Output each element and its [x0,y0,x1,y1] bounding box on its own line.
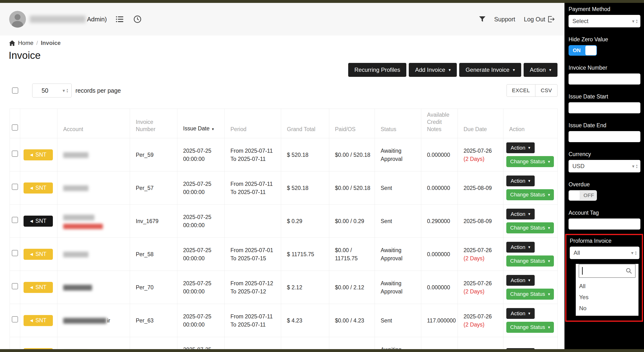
row-action-button[interactable]: Action▾ [506,242,535,253]
change-status-label: Change Status [510,258,545,264]
generate-invoice-button[interactable]: Generate Invoice▾ [459,63,521,77]
clock-icon[interactable] [133,15,142,23]
snt-button[interactable]: ◀SNT [24,249,53,260]
period-cell: From 2025-07-11To 2025-07-11 [225,171,281,205]
status-cell: Awaiting Approval [375,271,421,304]
account-cell [58,271,130,304]
add-invoice-button[interactable]: Add Invoice▾ [409,63,457,77]
proforma-search-input[interactable] [579,264,636,278]
column-header-invoice-number[interactable]: Invoice Number [130,109,177,138]
snt-button[interactable]: ◀SNT [24,182,53,194]
filter-icon[interactable] [479,16,486,22]
proforma-option-all[interactable]: All [576,281,638,292]
bottom-strip [0,349,644,352]
page-title: Invoice [9,50,564,61]
due-date-value: 2025-07-26 [464,312,500,321]
column-header-credit-notes[interactable]: Available Credit Notes [421,109,458,138]
row-action-button[interactable]: Action▾ [506,209,535,219]
breadcrumb-home[interactable]: Home [18,40,34,46]
row-action-button[interactable]: Action▾ [506,275,535,286]
arrow-left-icon: ◀ [30,186,33,190]
arrow-left-icon: ◀ [30,319,33,323]
grand-total-cell: $ 4.23 [281,304,329,337]
column-header-due-date[interactable]: Due Date [458,109,504,138]
due-date-value: 2025-07-26 [464,246,500,254]
row-checkbox[interactable] [12,283,18,289]
invoice-number-input[interactable] [568,73,640,84]
overdue-filter: Overdue OFF [568,181,640,201]
account-name-redacted [63,185,88,191]
invoice-table-body: ◀SNT Per_59 2025-07-2500:00:00 From 2025… [10,138,558,349]
due-date-cell: 2025-07-26(2 Days) [458,271,504,304]
column-header-paid-os[interactable]: Paid/OS [329,109,375,138]
records-per-page-select[interactable]: 50 ▾▴▾ [32,83,72,97]
row-checkbox[interactable] [12,316,18,323]
period-to: To 2025-07-12 [230,287,278,296]
bulk-select-checkbox[interactable] [12,87,18,94]
logout-link[interactable]: Log Out [524,16,555,23]
snt-button[interactable]: ◀SNT [24,282,53,293]
change-status-button[interactable]: Change Status▾ [506,289,554,300]
csv-export-button[interactable]: CSV [535,84,558,97]
change-status-button[interactable]: Change Status▾ [506,322,554,333]
paid-os-cell: $0.00 / 4.23 [329,304,375,337]
search-icon [626,268,632,274]
caret-down-icon: ▾ [528,312,530,316]
change-status-button[interactable]: Change Status▾ [506,222,554,233]
change-status-label: Change Status [510,192,545,198]
row-action-button[interactable]: Action▾ [506,308,535,319]
row-checkbox[interactable] [12,250,18,256]
payment-method-filter: Payment Method Select ▾▴▾ [568,6,640,27]
hide-zero-value-toggle[interactable]: ON [568,45,597,56]
overdue-toggle[interactable]: OFF [568,190,597,201]
snt-label: SNT [35,218,46,224]
account-cell [58,205,130,238]
snt-button[interactable]: ◀SNT [24,149,53,160]
snt-button[interactable]: ◀SNT [24,216,53,227]
invoice-row: ◀SNT Per_57 2025-07-2500:00:00 From 2025… [10,171,558,205]
status-cell: Awaiting Approval [375,238,421,271]
row-action-button[interactable]: Action▾ [506,142,535,153]
proforma-option-no[interactable]: No [576,303,638,314]
period-cell: From 2025-07-12To 2025-07-12 [225,271,281,304]
action-button[interactable]: Action▾ [524,63,558,77]
payment-method-label: Payment Method [568,6,640,12]
change-status-button[interactable]: Change Status▾ [506,189,554,200]
currency-select[interactable]: USD ▾▴▾ [568,160,640,172]
row-checkbox[interactable] [12,217,18,223]
column-header-status[interactable]: Status [375,109,421,138]
change-status-button[interactable]: Change Status▾ [506,156,554,167]
invoice-row: ◀SNT Per_58 2025-07-2500:00:00 From 2025… [10,238,558,271]
proforma-option-yes[interactable]: Yes [576,292,638,303]
row-checkbox[interactable] [12,151,18,157]
row-action-button[interactable]: Action▾ [506,176,535,186]
due-date-value: 2025-07-26 [464,147,500,155]
change-status-button[interactable]: Change Status▾ [506,256,554,267]
status-cell: Awaiting Approval [375,337,421,349]
action-cell: Action▾ Change Status▾ [504,205,558,238]
support-link[interactable]: Support [494,16,515,23]
due-date-value: 2025-08-09 [464,184,500,192]
recurring-profiles-button[interactable]: Recurring Profiles [348,63,406,77]
action-cell: Action▾ Change Status▾ [504,271,558,304]
issue-date-end-input[interactable] [568,131,640,142]
list-icon[interactable] [116,15,124,23]
issue-date-start-input[interactable] [568,102,640,113]
column-header-period[interactable]: Period [225,109,281,138]
add-invoice-label: Add Invoice [415,66,445,73]
payment-method-select[interactable]: Select ▾▴▾ [568,15,640,27]
account-tag-input[interactable] [568,219,640,230]
column-header-issue-date[interactable]: Issue Date▾ [177,109,225,138]
snt-label: SNT [35,284,46,291]
grand-total-cell: $ 2.12 [281,271,329,304]
arrow-left-icon: ◀ [30,252,33,256]
column-header-account[interactable]: Account [58,109,130,138]
row-checkbox[interactable] [12,184,18,190]
excel-export-button[interactable]: EXCEL [506,84,536,97]
toggle-knob [585,46,596,55]
snt-button[interactable]: ◀SNT [24,315,53,326]
proforma-invoice-select[interactable]: All ▾▴▾ [570,247,640,259]
avatar[interactable] [9,11,26,28]
column-header-grand-total[interactable]: Grand Total [281,109,329,138]
select-all-checkbox[interactable] [12,124,18,131]
